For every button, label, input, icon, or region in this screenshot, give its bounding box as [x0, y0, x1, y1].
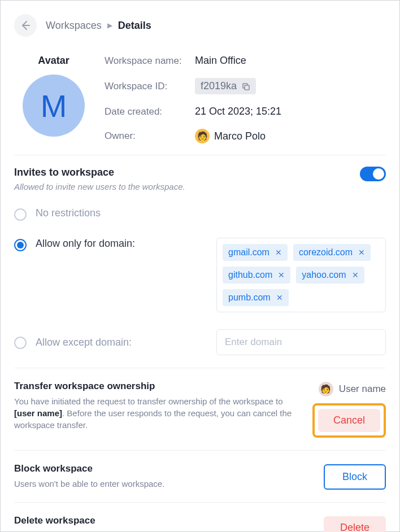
invites-toggle[interactable]: [360, 167, 386, 181]
cancel-highlight: Cancel: [312, 403, 386, 438]
owner-name-value: Marco Polo: [214, 130, 266, 142]
delete-desc: Delete workspace, all users, groups, rol…: [14, 530, 310, 532]
invites-title: Invites to workspace: [14, 167, 185, 178]
workspace-id-chip[interactable]: f2019ka: [195, 78, 256, 94]
remove-tag-icon[interactable]: ✕: [275, 248, 282, 257]
block-desc: Users won't be able to enter workspace.: [14, 478, 310, 490]
remove-tag-icon[interactable]: ✕: [352, 271, 359, 280]
owner-avatar: 🧑: [195, 129, 210, 143]
radio-except-domain[interactable]: [14, 337, 27, 349]
date-created-value: 21 Oct 2023; 15:21: [195, 106, 386, 117]
owner-label: Owner:: [105, 130, 195, 142]
svg-rect-1: [245, 85, 249, 90]
radio-allow-only-domain[interactable]: [14, 239, 27, 251]
domain-tag: github.com ✕: [223, 267, 290, 284]
copy-icon[interactable]: [241, 82, 250, 91]
workspace-id-value: f2019ka: [201, 80, 237, 92]
workspace-id-label: Workspace ID:: [105, 81, 195, 92]
domain-tag-label: pumb.com: [228, 293, 271, 303]
domain-tag: yahoo.com ✕: [296, 267, 364, 284]
block-button[interactable]: Block: [324, 464, 386, 490]
transfer-desc: You have initiated the request to transf…: [14, 395, 299, 431]
domain-tag: pumb.com ✕: [223, 289, 289, 306]
radio-except-domain-label: Allow except domain:: [36, 337, 132, 348]
remove-tag-icon[interactable]: ✕: [278, 271, 285, 280]
workspace-name-label: Workspace name:: [105, 55, 195, 67]
date-created-label: Date created:: [105, 106, 195, 117]
breadcrumb: Workspaces ▶ Details: [14, 14, 386, 37]
domain-tag-label: yahoo.com: [302, 270, 346, 280]
chevron-right-icon: ▶: [107, 21, 112, 29]
cancel-transfer-button[interactable]: Cancel: [318, 409, 380, 432]
domain-tag: gmail.com ✕: [223, 244, 288, 261]
avatar-label: Avatar: [38, 55, 69, 67]
radio-no-restrictions[interactable]: [14, 208, 27, 221]
radio-no-restrictions-label: No restrictions: [36, 207, 101, 219]
delete-button[interactable]: Delete: [324, 516, 386, 532]
delete-title: Delete workspace: [14, 515, 310, 526]
breadcrumb-workspaces-link[interactable]: Workspaces: [46, 20, 102, 32]
transfer-user: 🧑 User name: [319, 382, 386, 396]
radio-allow-only-domain-label: Allow only for domain:: [36, 238, 135, 250]
workspace-name-value: Main Office: [195, 55, 386, 67]
user-avatar: 🧑: [319, 382, 333, 396]
invites-desc: Allowed to invite new users to the works…: [14, 182, 185, 191]
remove-tag-icon[interactable]: ✕: [358, 248, 365, 257]
allowed-domains-box[interactable]: gmail.com ✕ corezoid.com ✕ github.com ✕: [216, 238, 386, 312]
domain-tag-label: corezoid.com: [299, 247, 353, 258]
remove-tag-icon[interactable]: ✕: [276, 293, 283, 302]
except-domain-input[interactable]: [216, 329, 386, 355]
domain-tag-label: github.com: [228, 270, 272, 280]
back-button[interactable]: [14, 14, 37, 37]
workspace-avatar[interactable]: M: [23, 75, 85, 137]
arrow-left-icon: [20, 20, 31, 31]
domain-tag: corezoid.com ✕: [293, 244, 371, 261]
domain-tag-label: gmail.com: [228, 247, 269, 258]
transfer-user-name: User name: [339, 383, 386, 395]
transfer-title: Transfer workspace ownership: [14, 381, 299, 392]
breadcrumb-current: Details: [118, 20, 151, 32]
block-title: Block workspace: [14, 463, 310, 474]
